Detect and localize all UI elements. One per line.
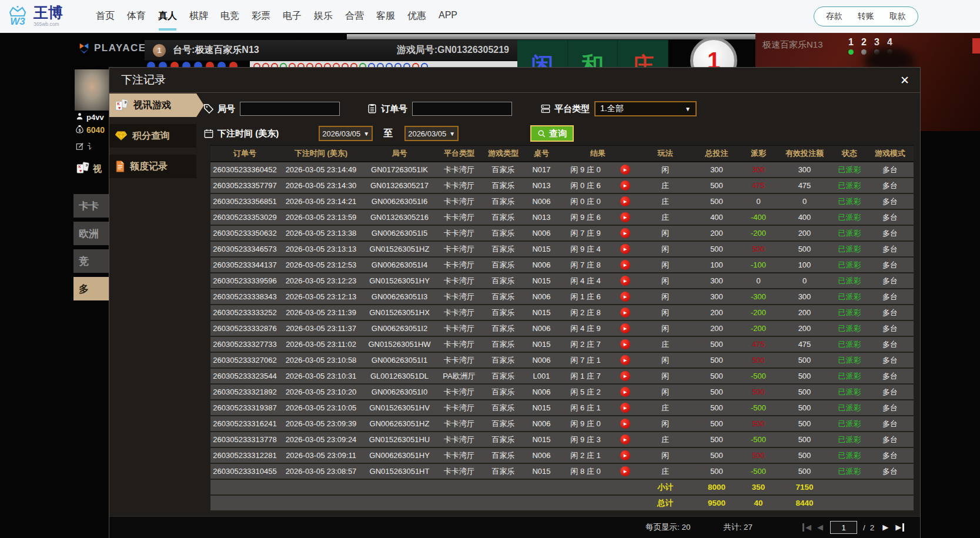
cell-total-bet: 500 xyxy=(693,419,740,428)
cell-status: 已派彩 xyxy=(832,165,867,175)
hall-tabs: 卡卡欧洲竞多 xyxy=(73,194,109,305)
cell-bet-time: 2026-03-05 23:12:13 xyxy=(279,292,363,301)
cell-bet-time: 2026-03-05 23:12:23 xyxy=(279,276,363,285)
date-from-select[interactable]: 2026/03/05 ▼ xyxy=(319,126,373,141)
replay-button[interactable]: ▶ xyxy=(620,419,630,429)
nav-item[interactable]: 优惠 xyxy=(407,10,426,22)
nav-item[interactable]: 电竞 xyxy=(220,10,239,22)
replay-button[interactable]: ▶ xyxy=(620,371,630,381)
cell-game-mode: 多台 xyxy=(867,355,914,366)
search-icon xyxy=(537,129,546,138)
cell-order-id: 260305233321892 xyxy=(210,387,279,396)
edit-row[interactable]: 讠 xyxy=(76,142,95,152)
totals-valid-bet: 8440 xyxy=(777,499,832,507)
nav-item[interactable]: 体育 xyxy=(127,10,146,22)
replay-button[interactable]: ▶ xyxy=(620,323,630,333)
prev-page-button[interactable]: ◀ xyxy=(817,523,823,532)
cell-payout: 0 xyxy=(740,276,777,285)
replay-button[interactable]: ▶ xyxy=(620,435,630,445)
cell-order-id: 260305233353029 xyxy=(210,213,279,222)
cell-bet-time: 2026-03-05 23:12:53 xyxy=(279,260,363,269)
camera-button[interactable]: 1 xyxy=(848,37,854,55)
replay-button[interactable]: ▶ xyxy=(620,387,630,397)
cell-platform: 卡卡湾厅 xyxy=(436,387,482,397)
wallet-button[interactable]: 转账 xyxy=(858,11,874,22)
replay-button[interactable]: ▶ xyxy=(620,276,630,286)
sidebar-item[interactable]: 额度记录 xyxy=(109,155,196,178)
hall-tab[interactable]: 欧洲 xyxy=(73,222,109,245)
replay-button[interactable]: ▶ xyxy=(620,212,630,222)
replay-button[interactable]: ▶ xyxy=(620,339,630,349)
cell-table-no: N006 xyxy=(524,229,558,238)
cell-round-id: GN006263051I5 xyxy=(363,229,436,238)
wallet-button[interactable]: 存款 xyxy=(826,11,842,22)
round-input[interactable] xyxy=(240,102,340,116)
replay-button[interactable]: ▶ xyxy=(620,196,630,206)
nav-item[interactable]: 合营 xyxy=(345,10,364,22)
nav-item[interactable]: 真人 xyxy=(158,10,177,22)
nav-item[interactable]: APP xyxy=(439,10,457,22)
replay-button[interactable]: ▶ xyxy=(620,181,630,191)
replay-button[interactable]: ▶ xyxy=(620,308,630,318)
replay-button[interactable]: ▶ xyxy=(620,228,630,238)
close-icon[interactable]: ✕ xyxy=(900,73,909,87)
replay-button[interactable]: ▶ xyxy=(620,466,630,476)
play-icon: ▶ xyxy=(624,342,627,346)
cell-result: 闲 8 庄 0 xyxy=(558,466,613,477)
replay-button[interactable]: ▶ xyxy=(620,355,630,365)
cell-platform: 卡卡湾厅 xyxy=(436,196,482,207)
platform-select[interactable]: 1.全部 ▼ xyxy=(594,101,697,116)
site-logo[interactable]: W3 王博 365wb.com xyxy=(6,4,63,29)
nav-item[interactable]: 娱乐 xyxy=(314,10,333,22)
nav-item[interactable]: 客服 xyxy=(376,10,395,22)
platform-filter-label: 平台类型 xyxy=(554,103,590,115)
nav-item[interactable]: 彩票 xyxy=(252,10,270,22)
sidebar-item[interactable]: 积分查询 xyxy=(109,124,196,148)
date-to-select[interactable]: 2026/03/05 ▼ xyxy=(404,126,459,141)
cell-total-bet: 300 xyxy=(693,292,740,301)
search-button[interactable]: 查询 xyxy=(530,125,574,142)
cell-platform: 卡卡湾厅 xyxy=(436,450,482,461)
hall-tab[interactable]: 多 xyxy=(73,277,109,300)
last-page-button[interactable]: ▶ xyxy=(895,523,904,532)
page-size-label: 每页显示: 20 xyxy=(645,522,691,533)
cell-round-id: GN015263051HT xyxy=(363,467,436,476)
table-row: 2603052333218922026-03-05 23:10:20GN0062… xyxy=(210,385,914,400)
next-page-button[interactable]: ▶ xyxy=(882,523,888,532)
replay-button[interactable]: ▶ xyxy=(620,165,630,175)
replay-button[interactable]: ▶ xyxy=(620,260,630,270)
cell-platform: 卡卡湾厅 xyxy=(436,419,482,429)
first-page-button[interactable]: ◀ xyxy=(802,523,811,532)
nav-item[interactable]: 棋牌 xyxy=(189,10,208,22)
cell-platform: 卡卡湾厅 xyxy=(436,228,482,239)
hall-tab[interactable]: 卡卡 xyxy=(73,194,109,218)
video-menu-row[interactable]: 9K♥ 视 xyxy=(76,162,102,176)
hall-tab[interactable]: 竞 xyxy=(73,249,109,273)
replay-button[interactable]: ▶ xyxy=(620,450,630,460)
cell-replay: ▶ xyxy=(613,181,637,191)
nav-item[interactable]: 电子 xyxy=(283,10,302,22)
provider-name: PLAYACE xyxy=(94,42,146,54)
sidebar-item[interactable]: 9K♥视讯游戏 xyxy=(109,93,196,117)
cell-replay: ▶ xyxy=(613,403,637,413)
current-page-input[interactable]: 1 xyxy=(830,521,857,534)
cell-round-id: GN017263051IK xyxy=(363,165,436,174)
playace-logo-icon xyxy=(78,42,90,55)
cell-total-bet: 500 xyxy=(693,181,740,190)
cell-round-id: GN006263051I4 xyxy=(363,260,436,269)
video-partial-label: 视 xyxy=(93,163,102,175)
order-input[interactable] xyxy=(412,102,512,116)
replay-button[interactable]: ▶ xyxy=(620,244,630,254)
nav-item[interactable]: 首页 xyxy=(96,10,115,22)
wallet-button[interactable]: 取款 xyxy=(889,11,906,22)
cell-status: 已派彩 xyxy=(832,228,867,239)
replay-button[interactable]: ▶ xyxy=(620,403,630,413)
cell-status: 已派彩 xyxy=(832,339,867,350)
replay-button[interactable]: ▶ xyxy=(620,292,630,302)
cell-table-no: N006 xyxy=(524,324,558,333)
play-icon: ▶ xyxy=(624,168,627,172)
cell-table-no: N015 xyxy=(524,403,558,412)
cell-replay: ▶ xyxy=(613,435,637,445)
cell-round-id: GN006263051I2 xyxy=(363,324,436,333)
video-edge-button[interactable] xyxy=(972,38,980,54)
